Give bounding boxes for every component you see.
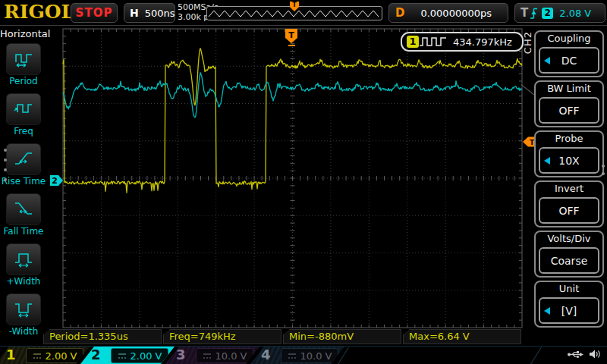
dc-coupling-icon — [33, 353, 42, 359]
menu-item-bw-limit[interactable]: BW Limit OFF — [534, 80, 604, 127]
measurement-max[interactable]: Max=6.64 V — [403, 329, 521, 344]
channel-status-bar: 1 2.00 V 2 2.00 V 3 10.0 V 4 10.0 V — [0, 346, 607, 364]
channel-4-status[interactable]: 4 10.0 V — [250, 347, 344, 364]
page-indicator-dot — [4, 178, 7, 181]
trigger-prefix: T — [521, 6, 528, 20]
dc-coupling-icon — [203, 353, 212, 359]
page-indicator-dot — [4, 158, 7, 162]
trigger-readout[interactable]: T 2 2.08 V — [514, 3, 605, 23]
bar-divider — [530, 347, 542, 364]
rigol-logo: RIGOL — [4, 1, 74, 23]
left-menu: Horizontal Period Freq Rise Time — [0, 25, 47, 345]
trigger-source-badge: 2 — [542, 8, 553, 19]
measurement-freq[interactable]: Freq=749kHz — [163, 329, 281, 344]
delay-value: 0.00000000ps — [420, 8, 492, 19]
right-menu: CH2 Coupling DC BW Limit OFF Probe 10X I… — [519, 25, 607, 345]
hardware-frequency-counter: 1 434.797kHz — [401, 32, 524, 52]
left-menu-fall-time[interactable]: Fall Time — [0, 193, 47, 237]
svg-text:T: T — [288, 30, 294, 40]
run-state-label: STOP — [76, 6, 113, 20]
left-menu-title: Horizontal — [0, 28, 47, 39]
left-menu-period[interactable]: Period — [0, 43, 47, 86]
left-menu-rise-time[interactable]: Rise Time — [0, 143, 47, 187]
left-arrow-icon — [544, 57, 550, 64]
svg-text:2: 2 — [52, 176, 58, 186]
period-icon — [14, 50, 33, 68]
delay-prefix: D — [395, 6, 404, 20]
trigger-level-value: 2.08 V — [559, 8, 591, 19]
page-indicator-dot — [4, 149, 7, 152]
dc-coupling-icon — [118, 353, 127, 359]
page-indicator-dot — [602, 172, 605, 175]
square-wave-icon — [419, 36, 448, 47]
freq-icon — [14, 100, 33, 118]
menu-item-volts-div[interactable]: Volts/Div Coarse — [534, 231, 604, 278]
horizontal-prefix: H — [130, 7, 139, 19]
horizontal-timebase-button[interactable]: H 500ns — [124, 3, 175, 23]
channel-2-status[interactable]: 2 2.00 V — [80, 347, 175, 364]
dc-coupling-icon — [288, 353, 297, 359]
run-state-indicator: STOP — [71, 3, 118, 23]
channel-1-status[interactable]: 1 2.00 V — [0, 347, 90, 364]
channel-3-status[interactable]: 3 10.0 V — [165, 347, 259, 364]
pos-width-icon — [14, 250, 33, 268]
timebase-value: 500ns — [145, 8, 175, 19]
menu-item-invert[interactable]: Invert OFF — [534, 180, 604, 228]
top-status-bar: RIGOL STOP H 500ns 500MSa/s 3.00k pts T … — [0, 0, 607, 26]
sound-icon — [589, 349, 601, 359]
left-menu-freq[interactable]: Freq — [0, 93, 47, 136]
rise-time-icon — [14, 150, 33, 168]
scope-display: T2T — [0, 0, 607, 364]
counter-source-badge: 1 — [407, 36, 419, 48]
page-indicator-dot — [602, 165, 605, 168]
measurement-min[interactable]: Min=-880mV — [283, 329, 401, 344]
left-arrow-icon — [544, 157, 550, 165]
fall-time-icon — [14, 200, 33, 218]
measurement-period[interactable]: Period=1.335us — [43, 329, 162, 344]
counter-frequency-value: 434.797kHz — [453, 36, 512, 48]
delay-readout[interactable]: D 0.00000000ps — [388, 3, 508, 23]
left-arrow-icon — [544, 307, 550, 315]
waveform-preview[interactable]: T — [206, 6, 382, 20]
oscilloscope-screen: T2T RIGOL STOP H 500ns 500MSa/s 3.00k pt… — [0, 0, 607, 364]
page-indicator-dot — [4, 168, 7, 171]
menu-item-unit[interactable]: Unit [V] — [534, 281, 604, 328]
rising-edge-icon — [528, 7, 538, 20]
left-menu-pos-width[interactable]: +Width — [0, 243, 47, 287]
measurement-bar: Period=1.335us Freq=749kHz Min=-880mV Ma… — [0, 328, 607, 345]
neg-width-icon — [14, 300, 33, 318]
menu-item-probe[interactable]: Probe 10X — [534, 130, 604, 177]
menu-channel-label: CH2 — [522, 31, 533, 54]
usb-icon — [567, 350, 583, 359]
menu-item-coupling[interactable]: Coupling DC — [534, 30, 604, 77]
